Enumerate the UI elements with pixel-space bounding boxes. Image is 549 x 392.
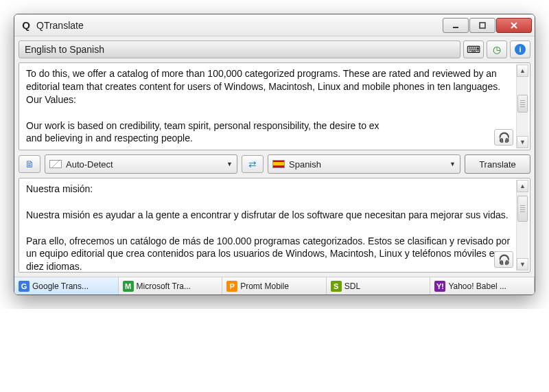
keyboard-button[interactable]: ⌨ xyxy=(463,41,484,58)
source-language-label: Auto-Detect xyxy=(66,159,113,170)
swap-languages-button[interactable]: ⇄ xyxy=(242,155,264,173)
titlebar[interactable]: Q QTranslate xyxy=(14,14,535,36)
scroll-thumb[interactable] xyxy=(517,95,528,113)
tab-label: Yahoo! Babel ... xyxy=(448,281,506,291)
document-icon: 🗎 xyxy=(25,159,34,170)
scroll-thumb[interactable] xyxy=(517,196,528,222)
source-language-dropdown[interactable]: Auto-Detect ▼ xyxy=(45,154,237,174)
headphones-icon: 🎧 xyxy=(498,132,510,143)
tab-label: Microsoft Tra... xyxy=(137,281,191,291)
target-speak-button[interactable]: 🎧 xyxy=(494,251,513,268)
scroll-up-icon[interactable]: ▲ xyxy=(517,65,528,77)
history-button[interactable]: ◷ xyxy=(487,41,507,58)
svg-rect-1 xyxy=(480,23,485,28)
promt-icon: P xyxy=(226,281,237,292)
app-icon: Q xyxy=(20,19,32,32)
scroll-track[interactable] xyxy=(517,77,528,136)
source-scrollbar[interactable]: ▲ ▼ xyxy=(516,65,528,148)
minimize-icon xyxy=(452,21,460,30)
spain-flag-icon xyxy=(272,160,285,168)
tab-yahoo-babel[interactable]: Y! Yahoo! Babel ... xyxy=(430,277,535,295)
source-speak-button[interactable]: 🎧 xyxy=(494,129,513,146)
chevron-down-icon: ▼ xyxy=(226,161,233,168)
tab-label: Promt Mobile xyxy=(240,281,289,291)
microsoft-translator-icon: M xyxy=(123,281,134,292)
source-pane: To do this, we offer a catalog of more t… xyxy=(19,62,530,150)
translate-button[interactable]: Translate xyxy=(465,154,530,174)
keyboard-icon: ⌨ xyxy=(467,44,480,55)
target-pane: Nuestra misión: Nuestra misión es ayudar… xyxy=(19,178,530,273)
google-translate-icon: G xyxy=(19,281,30,292)
info-icon: i xyxy=(515,44,526,55)
chevron-down-icon: ▼ xyxy=(449,161,456,168)
client-area: English to Spanish ⌨ ◷ i To do this, we … xyxy=(14,36,535,295)
scroll-down-icon[interactable]: ▼ xyxy=(517,136,528,148)
scroll-up-icon[interactable]: ▲ xyxy=(517,180,528,192)
maximize-icon xyxy=(478,21,487,30)
target-textarea[interactable]: Nuestra misión: Nuestra misión es ayudar… xyxy=(19,178,530,272)
tab-microsoft-translator[interactable]: M Microsoft Tra... xyxy=(119,277,223,295)
window-buttons xyxy=(443,18,532,33)
tab-sdl[interactable]: S SDL xyxy=(327,277,431,295)
target-language-dropdown[interactable]: Spanish ▼ xyxy=(268,154,460,174)
scroll-track[interactable] xyxy=(517,192,528,258)
tab-label: Google Trans... xyxy=(32,281,89,291)
target-scrollbar[interactable]: ▲ ▼ xyxy=(516,180,528,270)
close-button[interactable] xyxy=(496,18,532,33)
info-button[interactable]: i xyxy=(510,41,530,58)
yahoo-icon: Y! xyxy=(434,281,445,292)
translate-button-label: Translate xyxy=(479,159,516,170)
header-row: English to Spanish ⌨ ◷ i xyxy=(19,41,530,58)
headphones-icon: 🎧 xyxy=(498,254,510,265)
tab-label: SDL xyxy=(344,281,360,291)
scroll-down-icon[interactable]: ▼ xyxy=(517,258,528,270)
minimize-button[interactable] xyxy=(443,18,469,33)
tab-google-translate[interactable]: G Google Trans... xyxy=(14,277,119,295)
controls-row: 🗎 Auto-Detect ▼ ⇄ Spanish ▼ Translate xyxy=(19,154,530,174)
target-language-label: Spanish xyxy=(289,159,321,170)
app-window: Q QTranslate English to Spanish ⌨ ◷ xyxy=(14,14,535,295)
globe-history-icon: ◷ xyxy=(493,44,501,55)
sdl-icon: S xyxy=(331,281,342,292)
service-tabbar: G Google Trans... M Microsoft Tra... P P… xyxy=(14,277,535,295)
tab-promt-mobile[interactable]: P Promt Mobile xyxy=(222,277,327,295)
maximize-button[interactable] xyxy=(469,18,495,33)
window-title: QTranslate xyxy=(36,20,443,31)
swap-icon: ⇄ xyxy=(248,159,257,170)
close-icon xyxy=(510,21,518,30)
language-direction-bar[interactable]: English to Spanish xyxy=(19,41,460,58)
source-textarea[interactable]: To do this, we offer a catalog of more t… xyxy=(19,63,530,150)
clear-button[interactable]: 🗎 xyxy=(19,155,40,173)
svg-rect-0 xyxy=(453,27,458,28)
auto-detect-flag-icon xyxy=(49,160,62,168)
language-direction-label: English to Spanish xyxy=(25,44,104,55)
